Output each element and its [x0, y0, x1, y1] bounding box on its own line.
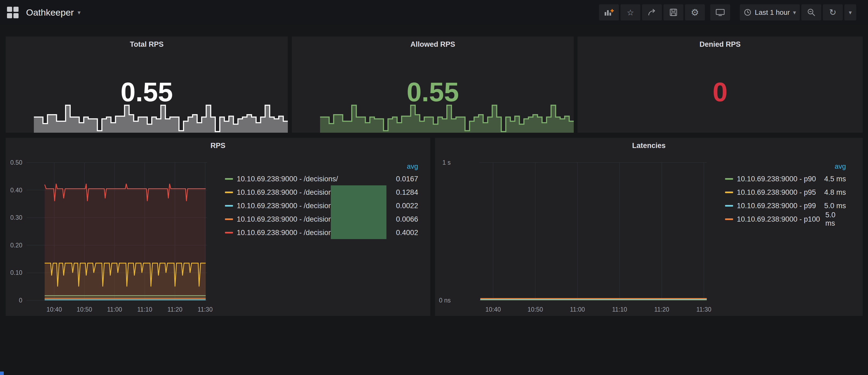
series-color-dash [725, 178, 733, 180]
legend-row[interactable]: 10.10.69.238:9000 - /decisions/0.0022 [225, 199, 418, 213]
time-range-button[interactable]: Last 1 hour ▾ [740, 4, 800, 21]
svg-text:10:40: 10:40 [485, 306, 501, 313]
svg-text:11:20: 11:20 [654, 306, 669, 313]
legend-row[interactable]: 10.10.69.238:9000 - p995.0 ms [725, 199, 846, 213]
refresh-icon: ↻ [829, 7, 837, 18]
dashboards-grid-icon[interactable] [7, 7, 19, 18]
panel-rps-graph: RPS 0.500.400.300.200.10010:4010:5011:00… [6, 138, 430, 316]
svg-text:0.50: 0.50 [10, 159, 22, 166]
add-panel-button[interactable] [599, 4, 619, 21]
series-color-dash [225, 191, 233, 193]
series-avg-value: 0.4002 [391, 228, 418, 237]
panel-denied-rps: Denied RPS 0 [578, 36, 863, 133]
rps-legend: avg10.10.69.238:9000 - /decisions/0.0167… [225, 160, 418, 239]
series-avg-value: 0.1284 [391, 188, 418, 197]
svg-text:10:40: 10:40 [46, 306, 62, 313]
star-button[interactable]: ☆ [620, 4, 640, 21]
dashboard-title-dropdown[interactable]: Oathkeeper ▾ [26, 7, 81, 18]
share-button[interactable] [642, 4, 662, 21]
stat-value: 0.55 [6, 79, 288, 105]
series-name[interactable]: 10.10.69.238:9000 - /decisions/ [237, 202, 338, 210]
series-name[interactable]: 10.10.69.238:9000 - p99 [737, 202, 816, 210]
latencies-legend: avg10.10.69.238:9000 - p904.5 ms10.10.69… [725, 160, 846, 226]
legend-row[interactable]: 10.10.69.238:9000 - /decisions/0.0066 [225, 213, 418, 226]
series-name[interactable]: 10.10.69.238:9000 - p95 [737, 188, 816, 197]
gear-icon: ⚙ [691, 7, 699, 18]
series-name[interactable]: 10.10.69.238:9000 - p100 [737, 215, 820, 223]
legend-row[interactable]: 10.10.69.238:9000 - p1005.0 ms [725, 213, 846, 226]
svg-text:1 s: 1 s [442, 159, 451, 166]
series-avg-value: 4.5 ms [819, 175, 846, 183]
svg-text:0.40: 0.40 [10, 187, 22, 194]
legend-row[interactable]: 10.10.69.238:9000 - /decisions/0.0167 [225, 172, 418, 186]
navbar: Oathkeeper ▾ ☆ [0, 0, 868, 25]
panel-actions-group: ☆ ⚙ [599, 4, 705, 21]
monitor-icon [715, 8, 725, 17]
svg-text:10:50: 10:50 [528, 306, 543, 313]
panel-title[interactable]: Latencies [435, 142, 863, 150]
grid-square [13, 7, 19, 12]
legend-avg-header[interactable]: avg [407, 160, 418, 172]
refresh-interval-dropdown[interactable]: ▾ [844, 4, 856, 21]
series-name[interactable]: 10.10.69.238:9000 - p90 [737, 175, 816, 183]
panel-title[interactable]: Denied RPS [578, 40, 863, 49]
legend-avg-header[interactable]: avg [835, 160, 846, 172]
series-avg-value: 0.0167 [391, 175, 418, 183]
chevron-down-icon: ▾ [849, 9, 851, 16]
series-avg-value: 0.0066 [391, 215, 418, 223]
bottom-left-accent [0, 372, 4, 375]
svg-text:11:30: 11:30 [696, 306, 711, 313]
legend-row[interactable]: 10.10.69.238:9000 - p954.8 ms [725, 186, 846, 199]
stat-value: 0.55 [292, 79, 574, 105]
panel-title[interactable]: RPS [6, 142, 430, 150]
legend-row[interactable]: 10.10.69.238:9000 - /decisions/0.4002 [225, 226, 418, 239]
panel-allowed-rps: Allowed RPS 0.55 [292, 36, 574, 133]
time-range-label: Last 1 hour [755, 8, 790, 17]
zoom-out-button[interactable] [801, 4, 821, 21]
svg-text:11:00: 11:00 [570, 306, 585, 313]
series-color-dash [725, 191, 733, 193]
series-color-dash [225, 205, 233, 207]
series-color-dash [725, 205, 733, 207]
time-controls-group: Last 1 hour ▾ ↻ ▾ [740, 4, 856, 21]
svg-text:0: 0 [19, 297, 22, 304]
series-avg-value: 0.0022 [391, 202, 418, 210]
svg-text:11:00: 11:00 [107, 306, 122, 313]
series-name[interactable]: 10.10.69.238:9000 - /decisions/ [237, 215, 338, 223]
legend-row[interactable]: 10.10.69.238:9000 - p904.5 ms [725, 172, 846, 186]
panel-title[interactable]: Allowed RPS [292, 40, 574, 49]
panel-title[interactable]: Total RPS [6, 40, 288, 49]
series-avg-value: 4.8 ms [819, 188, 846, 197]
svg-text:0.10: 0.10 [10, 269, 22, 276]
svg-text:11:10: 11:10 [612, 306, 627, 313]
svg-text:0 ns: 0 ns [439, 297, 451, 304]
series-name[interactable]: 10.10.69.238:9000 - /decisions/ [237, 228, 338, 237]
green-highlight-overlay [331, 185, 386, 239]
legend-row[interactable]: 10.10.69.238:9000 - /decisions/0.1284 [225, 186, 418, 199]
cycle-view-button[interactable] [710, 4, 730, 21]
grafana-dashboard: Oathkeeper ▾ ☆ [0, 0, 868, 375]
series-color-dash [225, 232, 233, 233]
navbar-actions: ☆ ⚙ [599, 4, 856, 21]
clock-icon [744, 8, 752, 17]
svg-text:11:20: 11:20 [167, 306, 183, 313]
refresh-button[interactable]: ↻ [823, 4, 843, 21]
series-name[interactable]: 10.10.69.238:9000 - /decisions/ [237, 188, 338, 197]
series-color-dash [225, 178, 233, 180]
grid-square [7, 13, 12, 18]
dashboard-title: Oathkeeper [26, 7, 74, 18]
stat-value: 0 [578, 79, 863, 105]
chevron-down-icon: ▾ [78, 9, 81, 16]
panel-total-rps: Total RPS 0.55 [6, 36, 288, 133]
series-avg-value: 5.0 ms [820, 211, 846, 227]
settings-button[interactable]: ⚙ [685, 4, 705, 21]
save-icon [670, 8, 678, 17]
series-color-dash [225, 218, 233, 220]
series-name[interactable]: 10.10.69.238:9000 - /decisions/ [237, 175, 338, 183]
svg-text:10:50: 10:50 [76, 306, 92, 313]
grid-square [13, 13, 19, 18]
save-button[interactable] [663, 4, 683, 21]
svg-text:11:30: 11:30 [197, 306, 213, 313]
series-color-dash [725, 218, 733, 220]
add-panel-icon [604, 8, 614, 17]
